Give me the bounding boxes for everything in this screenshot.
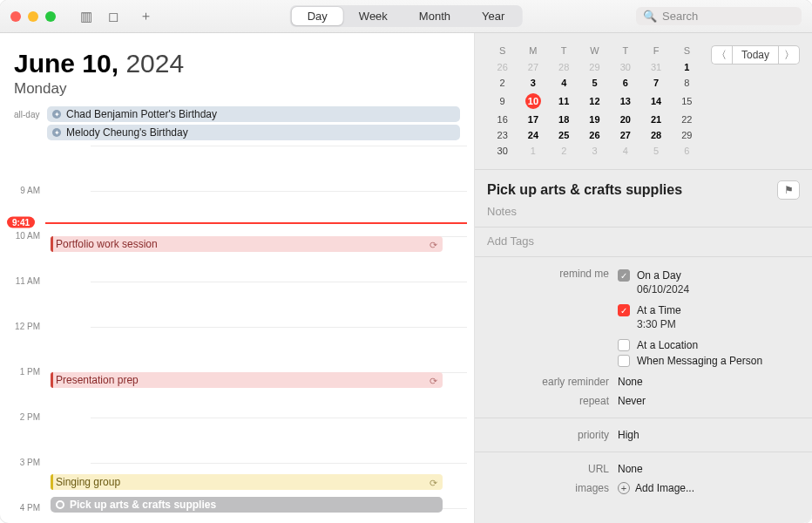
event-singing[interactable]: Singing group⟳ bbox=[51, 474, 443, 490]
minical-day[interactable]: 4 bbox=[549, 75, 579, 91]
at-a-time-checkbox[interactable]: ✓At a Time bbox=[618, 302, 800, 318]
at-location-checkbox[interactable]: At a Location bbox=[618, 337, 800, 353]
tags-field[interactable]: Add Tags bbox=[487, 234, 800, 249]
event-portfolio[interactable]: Portfolio work session⟳ bbox=[51, 236, 443, 252]
minical-day[interactable]: 5 bbox=[579, 75, 610, 91]
minical-day[interactable]: 16 bbox=[487, 112, 518, 127]
inbox-icon[interactable]: ◻ bbox=[108, 9, 118, 24]
minical-day[interactable]: 22 bbox=[672, 112, 702, 127]
hour-label: 1 PM bbox=[0, 367, 40, 377]
minical-day[interactable]: 7 bbox=[640, 75, 671, 91]
minical-day[interactable]: 24 bbox=[518, 127, 548, 143]
minical-day[interactable]: 12 bbox=[579, 91, 610, 112]
notes-field[interactable]: Notes bbox=[487, 200, 800, 220]
allday-event-title: Chad Benjamin Potter's Birthday bbox=[66, 108, 217, 120]
on-a-day-checkbox[interactable]: ✓On a Day bbox=[618, 268, 800, 283]
when-messaging-checkbox[interactable]: When Messaging a Person bbox=[618, 353, 800, 369]
hour-label: 10 AM bbox=[0, 231, 40, 241]
event-pickup[interactable]: Pick up arts & crafts supplies bbox=[51, 497, 443, 513]
minical-day[interactable]: 11 bbox=[549, 91, 579, 112]
page-title: June 10, 2024 bbox=[0, 33, 474, 78]
tab-year[interactable]: Year bbox=[466, 7, 520, 25]
today-button[interactable]: Today bbox=[732, 45, 779, 65]
early-reminder-value[interactable]: None bbox=[618, 376, 800, 388]
reminder-circle-icon bbox=[56, 500, 64, 509]
prev-month-button[interactable]: 〈 bbox=[711, 45, 732, 65]
minical-day[interactable]: 27 bbox=[610, 127, 640, 143]
next-month-button[interactable]: 〉 bbox=[779, 45, 800, 65]
titlebar: ▥ ◻ ＋ Day Week Month Year 🔍 Search bbox=[0, 0, 812, 33]
minical-day[interactable]: 9 bbox=[487, 91, 518, 112]
tab-month[interactable]: Month bbox=[403, 7, 466, 25]
maximize-button[interactable] bbox=[45, 11, 56, 22]
minical-day[interactable]: 14 bbox=[640, 91, 671, 112]
hour-label: 4 PM bbox=[0, 503, 40, 513]
minical-day[interactable]: 21 bbox=[640, 112, 671, 127]
minical-day[interactable]: 3 bbox=[518, 75, 548, 91]
mini-calendar[interactable]: SMTWTFS262728293031123456789101112131415… bbox=[487, 45, 702, 159]
early-reminder-label: early reminder bbox=[487, 376, 618, 388]
add-button[interactable]: ＋ bbox=[139, 8, 152, 24]
flag-button[interactable]: ⚑ bbox=[777, 180, 800, 200]
allday-event[interactable]: ✦ Melody Cheung's Birthday bbox=[47, 125, 460, 140]
minical-day[interactable]: 5 bbox=[640, 143, 671, 159]
minical-day[interactable]: 18 bbox=[549, 112, 579, 127]
minical-day[interactable]: 6 bbox=[610, 75, 640, 91]
minical-day[interactable]: 2 bbox=[487, 75, 518, 91]
minical-day[interactable]: 30 bbox=[610, 59, 640, 75]
view-switcher: Day Week Month Year bbox=[290, 5, 523, 27]
minical-day[interactable]: 27 bbox=[518, 59, 548, 75]
repeat-icon: ⟳ bbox=[430, 478, 437, 489]
search-icon: 🔍 bbox=[643, 10, 657, 23]
month-nav: 〈 Today 〉 bbox=[711, 45, 800, 159]
add-image-button[interactable]: + Add Image... bbox=[618, 482, 800, 494]
on-a-day-value[interactable]: 06/10/2024 bbox=[618, 283, 800, 295]
close-button[interactable] bbox=[10, 11, 21, 22]
minical-day[interactable]: 29 bbox=[672, 127, 702, 143]
minical-day[interactable]: 19 bbox=[579, 112, 610, 127]
reminder-title[interactable]: Pick up arts & crafts supplies bbox=[487, 182, 770, 198]
hours-grid[interactable]: 8 AM9 AM10 AM11 AM12 PM1 PM2 PM3 PM4 PM5… bbox=[0, 146, 474, 523]
minical-day[interactable]: 4 bbox=[610, 143, 640, 159]
tab-week[interactable]: Week bbox=[343, 7, 403, 25]
event-presentation-prep[interactable]: Presentation prep⟳ bbox=[51, 372, 443, 388]
minical-day[interactable]: 28 bbox=[640, 127, 671, 143]
minical-day[interactable]: 30 bbox=[487, 143, 518, 159]
minical-day[interactable]: 23 bbox=[487, 127, 518, 143]
minical-day[interactable]: 26 bbox=[579, 127, 610, 143]
repeat-value[interactable]: Never bbox=[618, 395, 800, 407]
url-value[interactable]: None bbox=[618, 463, 800, 475]
minical-day[interactable]: 26 bbox=[487, 59, 518, 75]
minical-day[interactable]: 25 bbox=[549, 127, 579, 143]
minical-day[interactable]: 3 bbox=[579, 143, 610, 159]
allday-event[interactable]: ✦ Chad Benjamin Potter's Birthday bbox=[47, 106, 460, 122]
minical-day[interactable]: 1 bbox=[518, 143, 548, 159]
images-label: images bbox=[487, 482, 618, 494]
at-a-time-value[interactable]: 3:30 PM bbox=[618, 318, 800, 330]
hour-label: 11 AM bbox=[0, 276, 40, 286]
minical-day[interactable]: 31 bbox=[640, 59, 671, 75]
minical-day[interactable]: 29 bbox=[579, 59, 610, 75]
search-placeholder: Search bbox=[662, 10, 698, 23]
allday-label: all-day bbox=[14, 106, 42, 119]
search-field[interactable]: 🔍 Search bbox=[636, 7, 802, 25]
minical-day[interactable]: 13 bbox=[610, 91, 640, 112]
gift-icon: ✦ bbox=[52, 110, 61, 119]
window-controls bbox=[10, 11, 56, 22]
minical-day[interactable]: 8 bbox=[672, 75, 702, 91]
minimize-button[interactable] bbox=[28, 11, 38, 22]
tab-day[interactable]: Day bbox=[292, 7, 343, 25]
minical-day[interactable]: 1 bbox=[672, 59, 702, 75]
minical-day[interactable]: 10 bbox=[518, 91, 548, 112]
minical-day[interactable]: 2 bbox=[549, 143, 579, 159]
minical-day[interactable]: 17 bbox=[518, 112, 548, 127]
current-time-badge: 9:41 bbox=[7, 216, 35, 228]
minical-day[interactable]: 20 bbox=[610, 112, 640, 127]
minical-day[interactable]: 15 bbox=[672, 91, 702, 112]
priority-value[interactable]: High bbox=[618, 429, 800, 441]
remind-me-label: remind me bbox=[487, 268, 618, 280]
minical-day[interactable]: 6 bbox=[672, 143, 702, 159]
minical-day[interactable]: 28 bbox=[549, 59, 579, 75]
sidebar: SMTWTFS262728293031123456789101112131415… bbox=[475, 33, 812, 523]
sidebar-toggle-icon[interactable]: ▥ bbox=[80, 9, 92, 24]
